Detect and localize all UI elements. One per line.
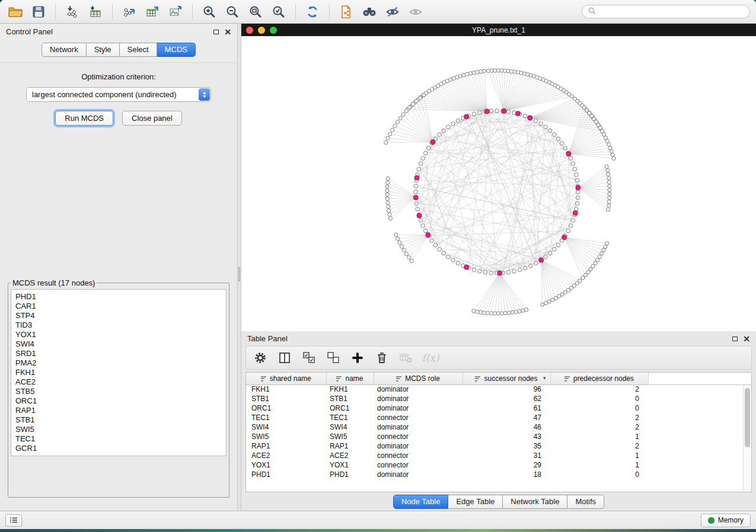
table-settings-gear-icon[interactable] [253,351,267,365]
refresh-icon[interactable] [303,3,322,21]
result-item[interactable]: SWI4 [15,339,222,349]
result-item[interactable]: YOX1 [15,330,222,339]
table-row[interactable]: STB1STB1dominator620 [246,394,751,403]
table-tab-edge-table[interactable]: Edge Table [448,495,503,509]
search-network-icon[interactable] [360,3,379,21]
column-header-shared-name[interactable]: shared name [246,373,326,384]
scrollbar-thumb[interactable] [745,388,750,447]
sort-direction-chevron-icon[interactable]: ▾ [543,375,546,381]
tab-style[interactable]: Style [87,43,120,57]
window-minimize-button[interactable] [258,27,265,34]
result-item[interactable]: TEC1 [15,434,222,444]
column-header-name[interactable]: name [326,373,374,384]
network-titlebar: YPA_prune.txt_1 [241,24,756,36]
result-item[interactable]: PHD1 [15,292,222,302]
toolbar-search[interactable] [582,5,750,18]
tab-network[interactable]: Network [42,43,87,57]
delete-column-icon[interactable] [375,351,389,365]
close-panel-icon[interactable]: ✕ [224,29,231,35]
table-panel: Table Panel ✕ [241,331,756,511]
table-tab-node-table[interactable]: Node Table [393,495,449,509]
mcds-panel: Optimization criterion: largest connecte… [0,62,237,511]
tab-mcds[interactable]: MCDS [157,43,196,57]
float-panel-icon[interactable] [213,30,219,34]
result-item[interactable]: CAR1 [15,302,222,311]
column-header-MCDS-role[interactable]: MCDS role [374,373,462,384]
result-item[interactable]: SRD1 [15,349,222,358]
add-column-icon[interactable] [350,351,365,365]
result-item[interactable]: ACE2 [15,377,222,387]
table-scrollbar[interactable] [743,385,751,491]
export-network-icon[interactable] [120,3,139,21]
share-network-file-icon[interactable] [337,3,356,21]
mcds-result-fieldset: MCDS result (17 nodes) PHD1CAR1STP4TID3Y… [8,278,229,498]
control-panel: Control Panel ✕ NetworkStyleSelectMCDS O… [0,24,237,511]
result-item[interactable]: GCR1 [15,444,222,453]
zoom-selected-icon[interactable] [269,3,288,21]
result-item[interactable]: STB1 [15,415,222,425]
panel-menu-button[interactable] [5,514,22,527]
close-panel-button[interactable]: Close panel [122,111,182,126]
column-header-successor-nodes[interactable]: successor nodes▾ [462,373,550,384]
status-bar: Memory [0,511,756,529]
window-zoom-button[interactable] [270,27,277,34]
network-canvas[interactable] [241,36,756,331]
deselect-all-icon[interactable] [326,351,340,365]
network-svg [241,36,756,331]
window-close-button[interactable] [246,27,253,34]
result-item[interactable]: PMA2 [15,358,222,368]
column-sort-icon [564,376,570,382]
select-all-icon[interactable] [302,351,316,365]
optimization-dropdown[interactable]: largest connected component (undirected) [26,87,211,102]
float-table-panel-icon[interactable] [732,336,738,341]
dropdown-stepper-icon [199,88,210,101]
run-mcds-button[interactable]: Run MCDS [55,111,113,126]
column-header-predecessor-nodes[interactable]: predecessor nodes [550,373,648,384]
control-panel-tabs: NetworkStyleSelectMCDS [0,40,237,62]
result-item[interactable]: STB5 [15,387,222,396]
table-tab-motifs[interactable]: Motifs [567,495,604,509]
result-item[interactable]: RAP1 [15,406,222,415]
result-item[interactable]: STP4 [15,311,222,321]
mcds-result-title: MCDS result (17 nodes) [11,278,97,287]
right-area: YPA_prune.txt_1 Table Panel ✕ [241,24,756,511]
search-icon [588,7,596,17]
mcds-result-list[interactable]: PHD1CAR1STP4TID3YOX1SWI4SRD1PMA2FKH1ACE2… [11,289,227,456]
table-row[interactable]: YOX1YOX1connector291 [246,460,751,470]
fx-label: f(x) [422,352,439,364]
save-session-icon[interactable] [29,3,48,21]
tab-select[interactable]: Select [120,43,157,57]
result-item[interactable]: ORC1 [15,396,222,406]
open-file-icon[interactable] [6,3,25,21]
table-tab-network-table[interactable]: Network Table [503,495,567,509]
show-columns-icon[interactable] [277,351,292,365]
close-table-panel-icon[interactable]: ✕ [743,336,750,342]
table-row[interactable]: PHD1PHD1dominator180 [246,470,751,479]
import-network-icon[interactable] [63,3,82,21]
import-table-icon[interactable] [86,3,105,21]
zoom-in-icon[interactable] [200,3,219,21]
table-row[interactable]: ORC1ORC1dominator610 [246,403,751,413]
zoom-fit-icon[interactable] [246,3,265,21]
table-row[interactable]: SWI4SWI4dominator462 [246,422,751,432]
table-row[interactable]: TEC1TEC1connector472 [246,413,751,422]
memory-status-icon [708,517,714,524]
table-row[interactable]: ACE2ACE2connector311 [246,451,751,460]
network-window: YPA_prune.txt_1 [241,24,756,331]
table-row[interactable]: SWI5SWI5connector431 [246,432,751,441]
toolbar-separator [295,4,296,20]
vertical-splitter[interactable] [237,24,241,511]
result-item[interactable]: SWI5 [15,425,222,434]
hide-annotations-icon[interactable] [383,3,402,21]
table-row[interactable]: FKH1FKH1dominator962 [246,384,751,394]
table-row[interactable]: RAP1RAP1dominator352 [246,441,751,451]
export-image-icon[interactable] [166,3,185,21]
memory-button[interactable]: Memory [701,514,751,527]
node-table: shared namenameMCDS rolesuccessor nodes▾… [245,372,752,492]
result-item[interactable]: FKH1 [15,368,222,377]
result-item[interactable]: TID3 [15,321,222,330]
zoom-out-icon[interactable] [223,3,242,21]
export-table-icon[interactable] [143,3,162,21]
search-input[interactable] [599,8,744,16]
table-panel-header: Table Panel ✕ [241,331,756,346]
